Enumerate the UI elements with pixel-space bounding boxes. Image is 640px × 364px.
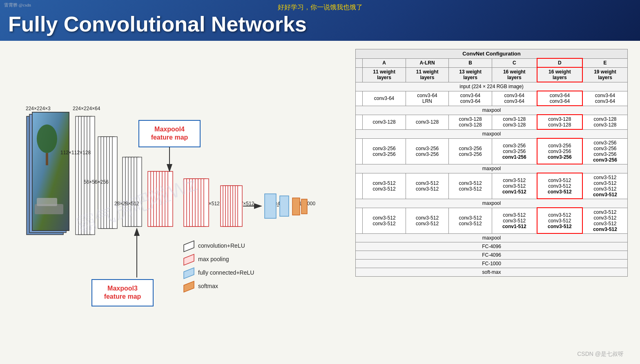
header-title: Fully Convolutional Networks: [8, 13, 632, 36]
network-diagram-svg: 224×224×3 224×224×64 112×112×128: [12, 49, 347, 326]
col-header-E: E: [582, 58, 628, 67]
col-sublabel-A-LRN: 11 weightlayers: [406, 67, 449, 82]
span-row-6: maxpool: [356, 164, 628, 173]
data-cell-r3-c1: conv3-128: [406, 115, 449, 129]
svg-text:convolution+ReLU: convolution+ReLU: [198, 242, 245, 249]
data-cell-r5-c2: conv3-256conv3-256: [449, 138, 492, 164]
svg-rect-49: [238, 186, 242, 226]
svg-rect-33: [168, 171, 173, 226]
conv-layer-6: [221, 186, 242, 226]
data-row-empty-9: [356, 208, 363, 233]
data-cell-r3-c0: conv3-128: [363, 115, 406, 129]
data-cell-r9-c1: conv3-512conv3-512: [406, 208, 449, 233]
dim-label-64: 224×224×64: [73, 106, 100, 111]
maxpool3-label-text: Maxpool3: [107, 285, 138, 292]
data-cell-r7-c2: conv3-512conv3-512: [449, 173, 492, 199]
svg-marker-61: [184, 281, 194, 292]
table-section: ConvNet ConfigurationAA-LRNBCDE11 weight…: [355, 49, 628, 352]
maxpool4-featuremap-text: feature map: [151, 134, 188, 141]
fc-layer-2: [280, 196, 289, 216]
header-subtitle: 好好学习，你一说饿我也饿了: [8, 3, 632, 12]
dim-label-input: 224×224×3: [26, 106, 51, 111]
svg-marker-59: [184, 268, 194, 279]
table-corner: [356, 58, 363, 67]
svg-rect-13: [90, 116, 95, 235]
span-row-11: FC-4096: [356, 242, 628, 251]
col-header-A: A: [363, 58, 406, 67]
maxpool4-label-text: Maxpool4: [154, 126, 185, 133]
span-row-8: maxpool: [356, 199, 628, 208]
softmax-layer-2: [301, 199, 307, 214]
col-sublabel-C: 16 weightlayers: [492, 67, 537, 82]
svg-rect-19: [112, 137, 117, 229]
data-cell-r7-c1: conv3-512conv3-512: [406, 173, 449, 199]
main-content: 霸气房吧啦Wz: [0, 41, 640, 360]
header-banner: 雷霄骅 @csdn 好好学习，你一说饿我也饿了 Fully Convolutio…: [0, 0, 640, 41]
legend-softmax-icon: softmax: [184, 281, 218, 292]
data-cell-r1-c4: conv3-64conv3-64: [537, 91, 582, 106]
maxpool3-featuremap-text: feature map: [104, 293, 141, 300]
data-cell-r5-c1: conv3-256conv3-256: [406, 138, 449, 164]
csdn-label: CSDN @是七叔呀: [577, 351, 624, 358]
data-cell-r1-c3: conv3-64conv3-64: [492, 91, 537, 106]
data-cell-r9-c0: conv3-512conv3-512: [363, 208, 406, 233]
data-cell-r7-c4: conv3-512conv3-512conv3-512: [537, 173, 582, 199]
data-cell-r5-c4: conv3-256conv3-256conv3-256: [537, 138, 582, 164]
svg-rect-5: [46, 153, 48, 165]
data-row-empty-1: [356, 91, 363, 106]
input-image: [27, 112, 69, 235]
col-sublabel-D: 16 weightlayers: [537, 67, 582, 82]
legend-conv-icon: convolution+ReLU: [184, 241, 245, 252]
col-header-C: C: [492, 58, 537, 67]
data-cell-r9-c4: conv3-512conv3-512conv3-512: [537, 208, 582, 233]
col-header-D: D: [537, 58, 582, 67]
conv-layer-5: [184, 179, 209, 226]
span-row-10: maxpool: [356, 233, 628, 242]
span-row-2: maxpool: [356, 106, 628, 115]
conv-layer-3: [123, 157, 142, 226]
conv-layer-1: [76, 116, 95, 235]
data-cell-r5-c5: conv3-256conv3-256conv3-256conv3-256: [582, 138, 628, 164]
svg-marker-57: [184, 254, 194, 265]
col-header-A-LRN: A-LRN: [406, 58, 449, 67]
data-cell-r7-c3: conv3-512conv3-512conv1-512: [492, 173, 537, 199]
data-cell-r3-c2: conv3-128conv3-128: [449, 115, 492, 129]
svg-text:max pooling: max pooling: [198, 256, 229, 262]
span-row-0: input (224 × 224 RGB image): [356, 82, 628, 91]
svg-point-4: [37, 124, 57, 153]
data-cell-r7-c5: conv3-512conv3-512conv3-512conv3-512: [582, 173, 628, 199]
data-cell-r3-c3: conv3-128conv3-128: [492, 115, 537, 129]
data-row-empty-5: [356, 138, 363, 164]
legend-fc-icon: fully connected+ReLU: [184, 268, 254, 279]
legend-pool-icon: max pooling: [184, 254, 229, 265]
sub-header-corner: [356, 67, 363, 82]
svg-text:softmax: softmax: [198, 283, 218, 289]
data-row-empty-3: [356, 115, 363, 129]
conv-layer-4: [148, 171, 173, 226]
data-cell-r5-c0: conv3-256conv3-256: [363, 138, 406, 164]
header-logo: 雷霄骅 @csdn: [4, 2, 31, 8]
span-row-12: FC-4096: [356, 251, 628, 260]
data-cell-r9-c5: conv3-512conv3-512conv3-512conv3-512: [582, 208, 628, 233]
data-cell-r9-c2: conv3-512conv3-512: [449, 208, 492, 233]
svg-rect-41: [204, 179, 209, 226]
col-sublabel-E: 19 weightlayers: [582, 67, 628, 82]
data-row-empty-7: [356, 173, 363, 199]
data-cell-r7-c0: conv3-512conv3-512: [363, 173, 406, 199]
data-cell-r1-c0: conv3-64: [363, 91, 406, 106]
col-sublabel-A: 11 weightlayers: [363, 67, 406, 82]
data-cell-r9-c3: conv3-512conv3-512conv1-512: [492, 208, 537, 233]
col-header-B: B: [449, 58, 492, 67]
dim-label-512-1: 28×28×512: [114, 201, 139, 206]
data-cell-r3-c4: conv3-128conv3-128: [537, 115, 582, 129]
table-title: ConvNet Configuration: [356, 49, 628, 59]
data-cell-r1-c2: conv3-64conv3-64: [449, 91, 492, 106]
dim-label-128: 112×112×128: [60, 150, 91, 155]
data-cell-r1-c5: conv3-64conv3-64: [582, 91, 628, 106]
fc-layer-1: [265, 194, 276, 218]
svg-text:fully connected+ReLU: fully connected+ReLU: [198, 269, 254, 276]
svg-rect-25: [137, 157, 142, 226]
softmax-layer-1: [292, 198, 300, 215]
span-row-4: maxpool: [356, 129, 628, 138]
data-cell-r1-c1: conv3-64LRN: [406, 91, 449, 106]
